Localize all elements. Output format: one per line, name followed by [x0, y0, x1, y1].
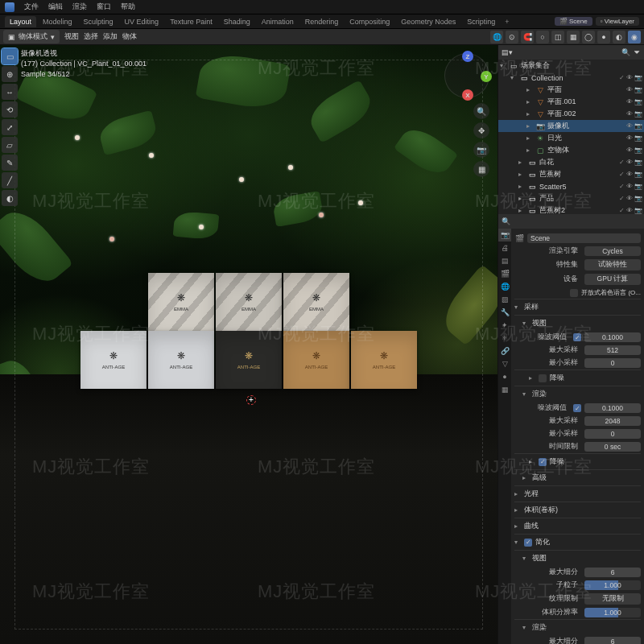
r-noise-checkbox[interactable]: ✓ [573, 404, 581, 412]
add-menu[interactable]: 添加 [103, 31, 118, 42]
tool-annotate[interactable]: ✎ [2, 155, 18, 171]
overlay-toggle-icon[interactable]: ◫ [551, 31, 564, 43]
tab-data-icon[interactable]: ▽ [498, 357, 511, 370]
r-noise-field[interactable]: 0.1000 [584, 403, 641, 413]
ws-tab-texpaint[interactable]: Texture Paint [165, 16, 217, 27]
tab-render-icon[interactable]: 📷 [498, 229, 511, 242]
ws-tab-sculpting[interactable]: Sculpting [79, 16, 118, 27]
zoom-icon[interactable]: 🔍 [473, 103, 489, 119]
ws-tab-scripting[interactable]: Scripting [462, 16, 500, 27]
outliner-item[interactable]: ▸▽平面.001👁📷 [498, 96, 644, 108]
pivot-icon[interactable]: ⊙ [506, 31, 518, 43]
menu-render[interactable]: 渲染 [72, 2, 87, 12]
proportional-icon[interactable]: ○ [536, 31, 549, 43]
mode-selector[interactable]: ▣ 物体模式 ▾ [3, 30, 60, 43]
outliner-item[interactable]: ▸▽平面.002👁📷 [498, 108, 644, 120]
nav-gizmo[interactable]: Z Y X [444, 53, 489, 98]
tool-measure[interactable]: ╱ [2, 172, 18, 188]
tool-scale[interactable]: ⤢ [2, 119, 18, 135]
tab-viewlayer-icon[interactable]: ▤ [498, 254, 511, 267]
menu-edit[interactable]: 编辑 [48, 2, 63, 12]
3d-viewport[interactable]: ❋EMMA ❋EMMA ❋EMMA ❋ANTI-AGE ❋ANTI-AGE ❋A… [0, 45, 497, 644]
shading-matprev-icon[interactable]: ◐ [613, 31, 625, 43]
outliner-item[interactable]: ▸▭Scatter5✓👁📷 [498, 180, 644, 192]
viewlayer-selector[interactable]: ▫ ViewLayer [596, 17, 639, 26]
axis-z-icon[interactable]: Z [462, 51, 473, 62]
add-workspace-button[interactable]: + [502, 16, 512, 27]
orientation-icon[interactable]: 🌐 [490, 31, 503, 43]
outliner-collection[interactable]: ▾ ▭Collection ✓👁📷 [498, 72, 644, 84]
xray-icon[interactable]: ▦ [567, 31, 580, 43]
vp-noise-checkbox[interactable]: ✓ [573, 333, 581, 341]
tab-particle-icon[interactable]: ✦ [498, 319, 511, 332]
simp-vp-tex[interactable]: 无限制 [584, 593, 641, 605]
r-minsamples-field[interactable]: 0 [584, 429, 641, 439]
outliner-item[interactable]: ▸▭芭蕉树2✓👁📷 [498, 204, 644, 214]
vp-denoise-checkbox[interactable] [539, 374, 547, 382]
menu-window[interactable]: 窗口 [97, 2, 111, 12]
simp-vp-subdiv[interactable]: 6 [584, 568, 641, 577]
ws-tab-rendering[interactable]: Rendering [300, 16, 344, 27]
tab-physics-icon[interactable]: ⚛ [498, 332, 511, 345]
ws-tab-uv[interactable]: UV Editing [120, 16, 164, 27]
prop-search-icon[interactable]: 🔍 [502, 217, 510, 225]
tab-constraint-icon[interactable]: 🔗 [498, 345, 511, 357]
scene-selector[interactable]: 🎬 Scene [555, 17, 592, 26]
tab-texture-icon[interactable]: ▦ [498, 383, 511, 396]
pan-icon[interactable]: ✥ [473, 122, 489, 138]
simp-vp-child[interactable]: 1.000 [584, 580, 641, 590]
shading-wire-icon[interactable]: ◯ [582, 31, 595, 43]
persp-ortho-icon[interactable]: ▦ [473, 161, 489, 177]
tool-select-box[interactable]: ▭ [2, 48, 18, 64]
tool-cursor[interactable]: ⊕ [2, 66, 18, 82]
tab-object-icon[interactable]: ▨ [498, 293, 511, 306]
render-engine-select[interactable]: Cycles [584, 246, 641, 256]
vp-minsamples-field[interactable]: 0 [584, 358, 641, 368]
tab-output-icon[interactable]: 🖨 [498, 242, 511, 254]
outliner-item[interactable]: ▸▭产品✓👁📷 [498, 192, 644, 204]
r-maxsamples-field[interactable]: 2048 [584, 416, 641, 426]
outliner-mode-icon[interactable]: ▤▾ [502, 48, 513, 56]
scene-name-field[interactable]: Scene [527, 233, 641, 243]
outliner-item[interactable]: ▸📷摄像机👁📷 [498, 120, 644, 132]
outliner-search-icon[interactable]: 🔍 [621, 48, 630, 56]
r-denoise-checkbox[interactable]: ✓ [539, 458, 547, 466]
simp-vp-vol[interactable]: 1.000 [584, 608, 641, 617]
outliner-item[interactable]: ▸▽平面👁📷 [498, 84, 644, 96]
tool-transform[interactable]: ▱ [2, 137, 18, 153]
select-menu[interactable]: 选择 [84, 31, 98, 42]
device-select[interactable]: GPU 计算 [584, 274, 641, 285]
simp-r-subdiv[interactable]: 6 [584, 637, 641, 644]
axis-x-icon[interactable]: X [462, 89, 473, 101]
menu-file[interactable]: 文件 [24, 2, 39, 12]
view-menu[interactable]: 视图 [64, 31, 79, 42]
outliner-item[interactable]: ▸☀日光👁📷 [498, 132, 644, 144]
shading-solid-icon[interactable]: ● [597, 31, 610, 43]
tab-material-icon[interactable]: ● [498, 370, 511, 383]
tool-rotate[interactable]: ⟲ [2, 101, 18, 118]
feature-set-select[interactable]: 试验特性 [584, 259, 641, 270]
outliner-item[interactable]: ▸▢空物体👁📷 [498, 144, 644, 156]
axis-y-icon[interactable]: Y [481, 71, 492, 82]
tab-world-icon[interactable]: 🌐 [498, 280, 511, 293]
outliner-item[interactable]: ▸▭芭蕉树✓👁📷 [498, 168, 644, 180]
object-menu[interactable]: 物体 [122, 31, 137, 42]
simplify-checkbox[interactable]: ✓ [524, 539, 532, 547]
outliner-filter-icon[interactable]: ⏷ [634, 48, 641, 56]
ws-tab-shading[interactable]: Shading [219, 16, 255, 27]
ws-tab-layout[interactable]: Layout [5, 16, 36, 27]
time-limit-field[interactable]: 0 sec [584, 442, 641, 452]
vp-noise-field[interactable]: 0.1000 [584, 332, 641, 342]
tab-scene-icon[interactable]: 🎬 [498, 267, 511, 280]
menu-help[interactable]: 帮助 [121, 2, 135, 12]
tab-modifier-icon[interactable]: 🔧 [498, 306, 511, 319]
osl-checkbox[interactable] [570, 289, 578, 297]
ws-tab-comp[interactable]: Compositing [345, 16, 394, 27]
vp-maxsamples-field[interactable]: 512 [584, 345, 641, 355]
tool-add[interactable]: ◐ [2, 190, 18, 206]
tool-move[interactable]: ↔ [2, 84, 18, 100]
snap-icon[interactable]: 🧲 [521, 31, 534, 43]
outliner-item[interactable]: ▸▭白花✓👁📷 [498, 156, 644, 168]
shading-rendered-icon[interactable]: ◉ [628, 31, 641, 43]
ws-tab-anim[interactable]: Animation [257, 16, 299, 27]
